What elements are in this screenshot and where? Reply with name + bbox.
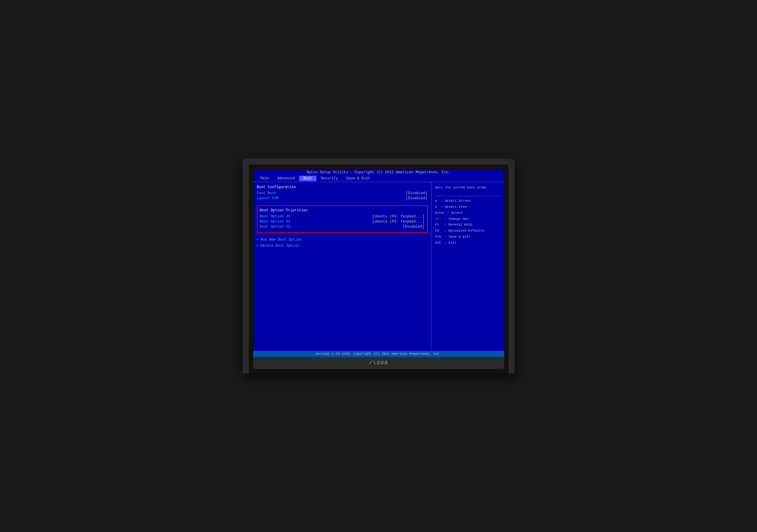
key-help-f10: F10 : Save & Exit (435, 234, 500, 240)
key-f1: F1 (435, 223, 442, 226)
asus-logo: /\SUS (369, 360, 388, 366)
delete-boot-option-label: Delete Boot Option (260, 244, 300, 248)
boot-priorities-title: Boot Option Priorities (260, 208, 425, 212)
delete-boot-option[interactable]: ► Delete Boot Option (257, 244, 428, 248)
boot-option-3-label: Boot Option #3 (260, 225, 290, 229)
launch-csm-item[interactable]: Launch CSM [Disabled] (257, 196, 428, 201)
key-help-f9: F9 : Optimized Defaults (435, 228, 500, 234)
arrow-right-icon-2: ► (257, 244, 259, 247)
key-help-enter: Enter : Select (435, 210, 500, 216)
key-help-select-screen: ⇄ : Select Screen (435, 198, 500, 204)
arrow-right-icon-1: ► (257, 238, 259, 241)
key-help-f1: F1 : General Help (435, 222, 500, 228)
key-help-esc: ESC : Exit (435, 240, 500, 246)
menu-item-main[interactable]: Main (256, 176, 273, 181)
menu-item-advanced[interactable]: Advanced (273, 176, 299, 181)
fast-boot-item[interactable]: Fast Boot [Disabled] (257, 191, 428, 195)
boot-option-2-value: [ubuntu (P4: faspeed...] (372, 219, 425, 224)
key-arrows-ud: ⇅ (435, 205, 439, 209)
key-help-select-item: ⇅ : Select Item (435, 204, 500, 210)
menu-item-save-exit[interactable]: Save & Exit (342, 176, 375, 181)
key-f10: F10 (435, 235, 443, 238)
action-items: ► Add New Boot Option ► Delete Boot Opti… (257, 238, 428, 248)
screen-bezel: Aptio Setup Utility - Copyright (C) 2012… (249, 165, 509, 374)
menu-item-security[interactable]: Security (317, 176, 342, 181)
title-text: Aptio Setup Utility - Copyright (C) 2012… (307, 170, 450, 175)
key-f9: F9 (435, 229, 442, 233)
fast-boot-value: [Disabled] (406, 191, 427, 195)
laptop-frame: Aptio Setup Utility - Copyright (C) 2012… (243, 158, 515, 374)
key-help-section: ⇄ : Select Screen ⇅ : Select Item Enter … (435, 198, 500, 246)
menu-item-boot[interactable]: Boot (299, 176, 317, 181)
boot-option-3[interactable]: Boot Option #3 [Disabled] (260, 225, 425, 229)
boot-option-1-value: [ubuntu (P4: faspeed...] (372, 214, 425, 219)
content-area: Boot Configuration Fast Boot [Disabled] … (253, 182, 504, 357)
boot-option-1[interactable]: Boot Option #1 [ubuntu (P4: faspeed...] (260, 214, 425, 219)
boot-option-2-label: Boot Option #2 (260, 219, 290, 224)
boot-priorities-section: Boot Option Priorities Boot Option #1 [u… (257, 205, 428, 233)
key-esc: ESC (435, 241, 443, 244)
add-boot-option-label: Add New Boot Option (260, 238, 302, 242)
right-panel: Sets the system boot order ⇄ : Select Sc… (432, 182, 504, 357)
launch-csm-value: [Disabled] (406, 196, 427, 201)
left-panel: Boot Configuration Fast Boot [Disabled] … (253, 182, 432, 357)
boot-option-3-value: [Disabled] (403, 225, 424, 229)
key-arrows-lr: ⇄ (435, 199, 439, 203)
launch-csm-label: Launch CSM (257, 196, 279, 201)
boot-option-1-label: Boot Option #1 (260, 214, 290, 219)
menu-bar: Main Advanced Boot Security Save & Exit (253, 175, 504, 182)
add-new-boot-option[interactable]: ► Add New Boot Option (257, 238, 428, 242)
footer-bar: Version 2.15.1236. Copyright (C) 2012 Am… (253, 351, 504, 357)
boot-option-2[interactable]: Boot Option #2 [ubuntu (P4: faspeed...] (260, 219, 425, 224)
footer-text: Version 2.15.1236. Copyright (C) 2012 Am… (316, 352, 441, 356)
key-help-change: +/- : Change Opt. (435, 216, 500, 222)
key-enter: Enter (435, 211, 445, 215)
bottom-bezel: /\SUS (253, 357, 504, 369)
key-plus-minus: +/- (435, 217, 443, 221)
fast-boot-label: Fast Boot (257, 191, 277, 195)
divider (435, 196, 500, 196)
bios-screen: Aptio Setup Utility - Copyright (C) 2012… (253, 169, 504, 357)
help-text: Sets the system boot order (435, 185, 500, 190)
title-bar: Aptio Setup Utility - Copyright (C) 2012… (253, 169, 504, 175)
boot-config-title: Boot Configuration (257, 185, 428, 189)
